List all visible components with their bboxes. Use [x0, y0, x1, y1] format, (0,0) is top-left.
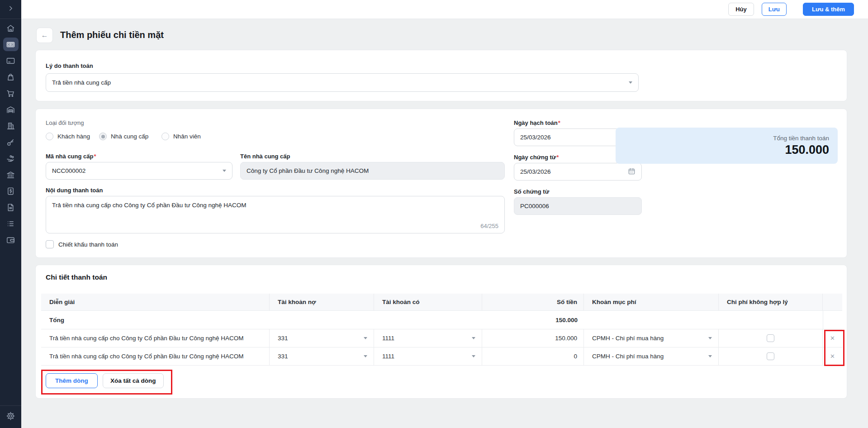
- row1-expense-select[interactable]: CPMH - Chi phí mua hàng: [584, 329, 719, 347]
- supplier-code-select[interactable]: NCC000002: [46, 162, 232, 180]
- document-date-label: Ngày chứng từ*: [514, 154, 559, 161]
- total-payment-value: 150.000: [785, 143, 829, 157]
- voucher-info-card: Loại đối tượng Khách hàng Nhà cung cấp N…: [35, 109, 847, 258]
- radio-employee: Nhân viên: [161, 133, 201, 140]
- payment-reason-card: Lý do thanh toán Trả tiền nhà cung cấp: [35, 50, 847, 101]
- col-amount: Số tiền: [482, 294, 584, 310]
- chevron-down-icon: [629, 81, 632, 84]
- credit-card-icon: [3, 54, 19, 67]
- sidebar-item-wallet[interactable]: [0, 232, 21, 248]
- row1-debit-value: 331: [278, 335, 288, 342]
- sidebar-item-warehouse[interactable]: [0, 101, 21, 118]
- sidebar-item-sales[interactable]: [0, 85, 21, 101]
- row2-description-cell[interactable]: Trả tiền nhà cung cấp cho Công ty Cổ phầ…: [41, 347, 270, 365]
- total-payment-box: Tổng tiền thanh toán 150.000: [616, 128, 838, 164]
- document-date-value: 25/03/2026: [520, 168, 551, 175]
- home-icon: [3, 21, 19, 35]
- shopping-bag-icon: [3, 70, 19, 84]
- row2-invalid-expense-checkbox[interactable]: [767, 352, 774, 360]
- chevron-right-icon: [6, 4, 15, 15]
- row1-debit-select[interactable]: 331: [270, 329, 374, 347]
- char-counter: 64/255: [480, 222, 498, 231]
- sidebar-toggle-button[interactable]: [0, 0, 21, 19]
- col-description: Diễn giải: [41, 294, 270, 310]
- discount-checkbox-label: Chiết khấu thanh toán: [58, 241, 118, 248]
- chevron-down-icon: [472, 355, 475, 357]
- row1-description-cell[interactable]: Trả tiền nhà cung cấp cho Công ty Cổ phầ…: [41, 329, 270, 347]
- chevron-down-icon: [364, 337, 367, 339]
- payment-details-card: Chi tiết thanh toán Diễn giải Tài khoản …: [35, 265, 847, 399]
- document-number-input: PC000006: [514, 197, 642, 215]
- row1-expense-value: CPMH - Chi phí mua hàng: [592, 335, 664, 342]
- radio-employee-label: Nhân viên: [173, 133, 201, 140]
- row2-amount-cell[interactable]: 0: [482, 347, 584, 365]
- payment-reason-label: Lý do thanh toán: [46, 62, 93, 69]
- app-root: Hủy Lưu Lưu & thêm ← Thêm phiếu chi tiền…: [0, 0, 868, 428]
- x-icon[interactable]: ✕: [830, 353, 835, 359]
- radio-supplier-label: Nhà cung cấp: [111, 133, 148, 140]
- row2-expense-value: CPMH - Chi phí mua hàng: [592, 353, 664, 360]
- document-date-input[interactable]: 25/03/2026: [514, 163, 642, 181]
- row1-credit-select[interactable]: 1111: [374, 329, 482, 347]
- sidebar-item-company[interactable]: [0, 118, 21, 134]
- document-number-value: PC000006: [520, 203, 549, 209]
- sidebar-item-loans[interactable]: [0, 150, 21, 166]
- wallet-icon: [3, 233, 19, 247]
- payment-reason-value: Trả tiền nhà cung cấp: [52, 79, 111, 86]
- table-header-row: Diễn giải Tài khoản nợ Tài khoản có Số t…: [41, 294, 842, 311]
- delete-all-rows-button[interactable]: Xóa tất cả dòng: [103, 373, 164, 388]
- col-credit-account: Tài khoản có: [374, 294, 482, 310]
- calendar-icon: [628, 167, 636, 176]
- payment-reason-select[interactable]: Trả tiền nhà cung cấp: [46, 73, 639, 92]
- sidebar-item-tools[interactable]: [0, 134, 21, 150]
- sidebar-item-home[interactable]: [0, 20, 21, 36]
- row1-invalid-expense-checkbox[interactable]: [767, 334, 774, 342]
- row2-expense-select[interactable]: CPMH - Chi phí mua hàng: [584, 347, 719, 365]
- row1-amount-cell[interactable]: 150.000: [482, 329, 584, 347]
- total-payment-label: Tổng tiền thanh toán: [773, 135, 829, 142]
- invoice-icon: [3, 184, 19, 198]
- sidebar-item-card[interactable]: [0, 52, 21, 69]
- details-table: Diễn giải Tài khoản nợ Tài khoản có Số t…: [41, 294, 842, 366]
- sidebar-item-bank[interactable]: [0, 166, 21, 183]
- sidebar-settings-button[interactable]: [0, 405, 21, 428]
- back-button[interactable]: ←: [36, 28, 53, 43]
- save-and-add-button[interactable]: Lưu & thêm: [803, 3, 854, 16]
- row2-credit-value: 1111: [382, 353, 394, 360]
- cancel-button[interactable]: Hủy: [728, 3, 754, 16]
- supplier-name-input: Công ty Cổ phần Đầu tư Công nghệ HACOM: [240, 162, 505, 180]
- supplier-code-label: Mã nhà cung cấp*: [46, 153, 96, 160]
- col-actions: [823, 294, 842, 310]
- document-icon: [3, 200, 19, 214]
- x-icon[interactable]: ✕: [830, 335, 835, 341]
- sidebar-item-invoice[interactable]: [0, 183, 21, 199]
- add-row-button[interactable]: Thêm dòng: [46, 373, 98, 388]
- sidebar-item-categories[interactable]: [0, 215, 21, 232]
- supplier-name-value: Công ty Cổ phần Đầu tư Công nghệ HACOM: [247, 167, 369, 174]
- chevron-down-icon: [223, 170, 226, 172]
- table-row: Trả tiền nhà cung cấp cho Công ty Cổ phầ…: [41, 347, 842, 366]
- document-number-label: Số chứng từ: [514, 188, 549, 195]
- list-icon: [3, 217, 19, 230]
- discount-checkbox[interactable]: [46, 240, 54, 248]
- payment-content-textarea[interactable]: Trả tiền nhà cung cấp cho Công ty Cổ phầ…: [46, 196, 505, 233]
- row2-debit-value: 331: [278, 353, 288, 360]
- hand-coins-icon: [3, 152, 19, 165]
- save-button[interactable]: Lưu: [762, 3, 787, 16]
- radio-customer: Khách hàng: [46, 133, 90, 140]
- posting-date-label: Ngày hạch toán*: [514, 119, 560, 126]
- sidebar-item-cash[interactable]: [0, 36, 21, 52]
- sidebar-item-purchase[interactable]: [0, 69, 21, 85]
- row1-delete-cell: ✕: [823, 329, 842, 347]
- radio-supplier-control: [99, 133, 107, 140]
- posting-date-value: 25/03/2026: [520, 134, 551, 141]
- chevron-down-icon: [708, 355, 712, 357]
- arrow-left-icon: ←: [41, 31, 48, 39]
- row2-credit-select[interactable]: 1111: [374, 347, 482, 365]
- discount-checkbox-row[interactable]: Chiết khấu thanh toán: [46, 240, 118, 248]
- row1-credit-value: 1111: [382, 335, 394, 342]
- sidebar-item-documents[interactable]: [0, 199, 21, 215]
- chevron-down-icon: [708, 337, 712, 339]
- bank-icon: [3, 168, 19, 181]
- row2-debit-select[interactable]: 331: [270, 347, 374, 365]
